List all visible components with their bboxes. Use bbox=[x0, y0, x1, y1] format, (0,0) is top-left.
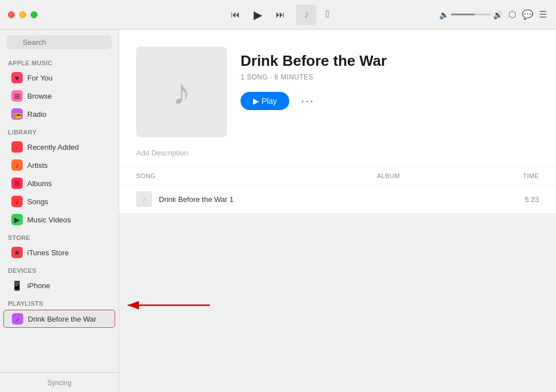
search-wrapper: 🔍 bbox=[7, 35, 112, 49]
volume-slider[interactable] bbox=[451, 14, 491, 15]
artists-icon: ♪ bbox=[11, 159, 23, 171]
titlebar-controls: ⏮ ▶ ⏭ ♪  bbox=[119, 5, 439, 25]
album-column-header: ALBUM bbox=[360, 167, 464, 186]
song-name: Drink Before the War 1 bbox=[159, 195, 234, 204]
music-videos-label: Music Videos bbox=[27, 216, 71, 224]
minimize-button[interactable] bbox=[19, 11, 26, 18]
play-button[interactable]: ▶ Play bbox=[241, 92, 289, 110]
maximize-button[interactable] bbox=[31, 11, 37, 18]
sidebar-item-music-videos[interactable]: ▶ Music Videos bbox=[3, 211, 115, 228]
sidebar-item-recently-added[interactable]: ↓ Recently Added bbox=[3, 138, 115, 155]
browse-icon: ⊞ bbox=[11, 90, 23, 102]
section-label-library: Library bbox=[0, 123, 119, 138]
song-table: SONG ALBUM TIME ♪ Drink Before the War 1 bbox=[119, 167, 556, 213]
titlebar-left bbox=[0, 11, 119, 18]
playlist-header: ♪ Drink Before the War 1 SONG · 6 MINUTE… bbox=[119, 29, 556, 149]
apple-logo-icon:  bbox=[326, 9, 330, 20]
song-thumb-icon: ♪ bbox=[142, 195, 146, 204]
arrow-svg bbox=[122, 297, 213, 313]
volume-high-icon: 🔊 bbox=[493, 10, 503, 19]
songs-icon: ♪ bbox=[11, 196, 23, 207]
for-you-icon: ♥ bbox=[11, 72, 23, 83]
sidebar-item-drink-before-war[interactable]: ♪ Drink Before the War bbox=[3, 310, 115, 328]
syncing-status: Syncing bbox=[47, 379, 71, 387]
sidebar-item-browse[interactable]: ⊞ Browse bbox=[3, 87, 115, 104]
song-table-header: SONG ALBUM TIME bbox=[119, 167, 556, 186]
sidebar-item-itunes-store[interactable]: ★ iTunes Store bbox=[3, 244, 115, 261]
radio-label: Radio bbox=[27, 110, 47, 119]
section-label-apple-music: Apple Music bbox=[0, 54, 119, 69]
song-table-body: ♪ Drink Before the War 1 5:23 bbox=[119, 186, 556, 213]
search-container: 🔍 bbox=[0, 29, 119, 54]
iphone-label: iPhone bbox=[27, 281, 50, 290]
sidebar-item-iphone[interactable]: 📱 iPhone bbox=[3, 277, 115, 294]
arrow-annotation bbox=[122, 297, 213, 313]
itunes-store-icon: ★ bbox=[11, 247, 23, 258]
queue-icon[interactable]: ☰ bbox=[539, 9, 547, 20]
albums-label: Albums bbox=[27, 179, 52, 188]
add-description[interactable]: Add Description bbox=[119, 149, 556, 167]
playlist-info: Drink Before the War 1 SONG · 6 MINUTES … bbox=[241, 47, 539, 111]
section-label-store: Store bbox=[0, 229, 119, 243]
itunes-store-label: iTunes Store bbox=[27, 248, 69, 257]
now-playing-art: ♪ bbox=[296, 5, 317, 25]
radio-icon: 📻 bbox=[11, 108, 23, 120]
volume-low-icon: 🔈 bbox=[439, 10, 449, 19]
songs-label: Songs bbox=[27, 197, 48, 206]
more-options-button[interactable]: ··· bbox=[296, 91, 319, 111]
search-input[interactable] bbox=[7, 35, 112, 49]
play-pause-button[interactable]: ▶ bbox=[251, 6, 264, 24]
section-label-playlists: Playlists bbox=[0, 294, 119, 309]
sidebar-item-albums[interactable]: ⊞ Albums bbox=[3, 175, 115, 192]
recently-added-label: Recently Added bbox=[27, 143, 79, 151]
playlist-icon: ♪ bbox=[12, 313, 23, 324]
song-thumbnail: ♪ bbox=[136, 191, 152, 207]
sidebar-bottom: Syncing bbox=[0, 372, 119, 392]
for-you-label: For You bbox=[27, 74, 53, 82]
song-album-cell bbox=[360, 186, 464, 213]
song-row-content: ♪ Drink Before the War 1 bbox=[136, 191, 343, 207]
close-button[interactable] bbox=[8, 11, 15, 18]
song-column-header: SONG bbox=[119, 167, 360, 186]
volume-control: 🔈 🔊 bbox=[439, 10, 503, 19]
fast-forward-button[interactable]: ⏭ bbox=[273, 7, 287, 22]
volume-fill bbox=[451, 14, 475, 15]
song-title-cell: ♪ Drink Before the War 1 bbox=[119, 186, 360, 213]
playlist-cover-art: ♪ bbox=[136, 47, 227, 137]
lyrics-icon[interactable]: 💬 bbox=[522, 9, 533, 20]
airplay-icon[interactable]: ⬡ bbox=[508, 9, 516, 20]
iphone-icon: 📱 bbox=[11, 280, 23, 291]
music-videos-icon: ▶ bbox=[11, 214, 23, 225]
cover-art-music-note-icon: ♪ bbox=[172, 71, 191, 113]
titlebar: ⏮ ▶ ⏭ ♪  🔈 🔊 ⬡ 💬 ☰ bbox=[0, 0, 556, 29]
music-note-icon: ♪ bbox=[304, 9, 309, 20]
albums-icon: ⊞ bbox=[11, 178, 23, 189]
time-column-header: TIME bbox=[464, 167, 556, 186]
song-time-cell: 5:23 bbox=[464, 186, 556, 213]
main-container: 🔍 Apple Music ♥ For You ⊞ Browse 📻 Radio… bbox=[0, 29, 556, 392]
content-area: ♪ Drink Before the War 1 SONG · 6 MINUTE… bbox=[119, 29, 556, 213]
section-label-devices: Devices bbox=[0, 262, 119, 276]
sidebar: 🔍 Apple Music ♥ For You ⊞ Browse 📻 Radio… bbox=[0, 29, 119, 392]
playlist-meta: 1 SONG · 6 MINUTES bbox=[241, 73, 539, 81]
artists-label: Artists bbox=[27, 161, 48, 170]
playlist-drink-label: Drink Before the War bbox=[28, 315, 96, 323]
browse-label: Browse bbox=[27, 92, 52, 100]
sidebar-item-for-you[interactable]: ♥ For You bbox=[3, 69, 115, 86]
playlist-title: Drink Before the War bbox=[241, 52, 539, 70]
recently-added-icon: ↓ bbox=[11, 141, 23, 153]
sidebar-item-radio[interactable]: 📻 Radio bbox=[3, 106, 115, 123]
rewind-button[interactable]: ⏮ bbox=[229, 7, 242, 22]
sidebar-item-artists[interactable]: ♪ Artists bbox=[3, 157, 115, 174]
playlist-actions: ▶ Play ··· bbox=[241, 91, 539, 111]
sidebar-item-songs[interactable]: ♪ Songs bbox=[3, 193, 115, 210]
titlebar-right: 🔈 🔊 ⬡ 💬 ☰ bbox=[439, 9, 556, 20]
table-row: ♪ Drink Before the War 1 5:23 bbox=[119, 186, 556, 213]
